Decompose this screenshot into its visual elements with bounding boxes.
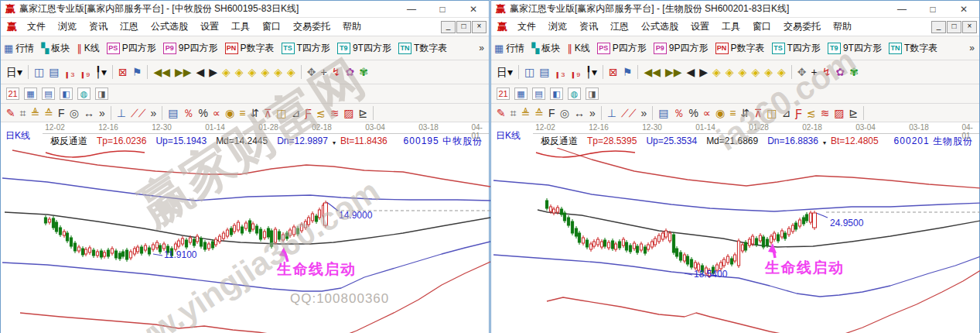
- fibonacci-icon[interactable]: F: [58, 108, 65, 118]
- prev-stock-icon[interactable]: ◀: [686, 67, 695, 77]
- span-arrow-icon[interactable]: ↔: [84, 108, 94, 118]
- menu-item-5[interactable]: 设置: [194, 21, 225, 32]
- tool-9t-square[interactable]: T99T四方形: [337, 42, 391, 55]
- zoom-shrink-icon[interactable]: ◈: [751, 67, 760, 77]
- bars-3-icon[interactable]: ╻₃: [64, 67, 75, 77]
- zoom-shrink-icon[interactable]: ◈: [261, 67, 269, 77]
- more-fan-icon[interactable]: »: [150, 108, 156, 118]
- fibonacci-icon[interactable]: F: [548, 108, 555, 118]
- menu-item-6[interactable]: 工具: [715, 21, 746, 32]
- menu-item-4[interactable]: 公式选股: [635, 21, 685, 32]
- mdi-restore-button[interactable]: □: [947, 21, 961, 33]
- speed-line-icon[interactable]: ≋: [821, 108, 830, 118]
- candle-dropdown-icon[interactable]: ╿▾: [95, 67, 107, 77]
- zoom-fit-icon[interactable]: ◈: [777, 67, 786, 77]
- speed-line-icon[interactable]: ≋: [330, 108, 340, 118]
- golden-box-icon[interactable]: ◫: [767, 108, 777, 118]
- golden-circle-icon[interactable]: ◉: [715, 108, 725, 118]
- zoom-all-icon[interactable]: ◈: [274, 67, 282, 77]
- tool-sectors[interactable]: ▚板块: [41, 42, 70, 55]
- param-dropdown-icon[interactable]: ▾: [333, 139, 336, 146]
- tool-t-square[interactable]: TST四方形: [282, 42, 330, 55]
- support-band-icon[interactable]: ⊼: [264, 108, 271, 118]
- export-icon[interactable]: ◨: [586, 88, 599, 100]
- zoom-right-icon[interactable]: ◈: [235, 67, 244, 77]
- stats-table-icon[interactable]: ▤: [658, 108, 668, 118]
- close-button[interactable]: ✕: [948, 4, 979, 15]
- golden-levels-icon[interactable]: ≡: [729, 108, 736, 118]
- gann-ladder-2-icon[interactable]: ≙: [44, 108, 53, 118]
- mdi-minimize-button[interactable]: _: [441, 21, 456, 33]
- square-angle-icon[interactable]: ⊵: [849, 108, 859, 118]
- stats-table-icon[interactable]: ▤: [168, 108, 178, 118]
- zoom-left-icon[interactable]: ◈: [222, 67, 230, 77]
- ray-fan-icon[interactable]: ⟋⟋: [621, 108, 637, 118]
- maximize-button[interactable]: □: [427, 4, 458, 15]
- tool-quotes[interactable]: ▦行情: [4, 42, 34, 55]
- last-stock-icon[interactable]: ▶▶: [665, 67, 682, 77]
- color-flag-icon[interactable]: ⚑: [132, 67, 142, 77]
- more-fan-icon[interactable]: »: [640, 108, 647, 118]
- next-stock-icon[interactable]: ▶: [209, 67, 217, 77]
- menu-item-1[interactable]: 浏览: [542, 21, 573, 32]
- angle-j-icon[interactable]: ⊿: [782, 108, 791, 118]
- percent-slope-icon[interactable]: ％: [183, 108, 194, 118]
- support-band-icon[interactable]: ⊼: [754, 108, 762, 118]
- knot-tool-icon[interactable]: ✾: [359, 67, 368, 77]
- calculator-icon[interactable]: ▦: [514, 88, 528, 100]
- menu-item-9[interactable]: 帮助: [827, 21, 858, 32]
- gann-grid-icon[interactable]: ⊠: [118, 67, 128, 77]
- span-arrow-icon[interactable]: ↔: [574, 108, 585, 118]
- gann-ladder-2-icon[interactable]: ≙: [534, 108, 544, 118]
- more-tools-chevron[interactable]: »: [969, 43, 976, 53]
- tool-9p-square[interactable]: P99P四方形: [654, 42, 709, 55]
- percent-levels-icon[interactable]: ∝: [703, 108, 711, 118]
- save-view-icon[interactable]: ◧: [60, 88, 73, 100]
- golden-levels-icon[interactable]: ≡: [239, 108, 245, 118]
- golden-angle-icon[interactable]: ≲: [316, 108, 326, 118]
- ray-fan-icon[interactable]: ⟋⟋: [131, 108, 146, 118]
- kline-chart[interactable]: 24.950018.5400生命线启动: [491, 148, 979, 333]
- tool-sectors[interactable]: ▚板块: [531, 42, 560, 55]
- maximize-button[interactable]: □: [917, 4, 948, 15]
- angle-j-icon[interactable]: ⊿: [292, 108, 301, 118]
- info-list-icon[interactable]: ▤: [539, 67, 549, 77]
- menu-item-2[interactable]: 资讯: [83, 21, 114, 32]
- mdi-restore-button[interactable]: □: [456, 21, 471, 33]
- draw-brush-icon[interactable]: ✎: [6, 108, 15, 118]
- zoom-expand-icon[interactable]: ◈: [248, 67, 257, 77]
- color-flag-icon[interactable]: ⚑: [623, 67, 633, 77]
- first-stock-icon[interactable]: ◀◀: [644, 67, 661, 77]
- bars-9-icon[interactable]: ╻₉: [570, 67, 581, 77]
- tool-9p-square[interactable]: P99P四方形: [163, 42, 218, 55]
- percent-levels-icon[interactable]: ∝: [213, 108, 220, 118]
- save-view-icon[interactable]: ◧: [550, 88, 563, 100]
- more-draw-icon[interactable]: »: [99, 108, 105, 118]
- period-day-dropdown-icon[interactable]: 日▾: [6, 67, 22, 77]
- menu-item-9[interactable]: 帮助: [336, 21, 367, 32]
- price-box-icon[interactable]: ▨: [343, 108, 353, 118]
- menu-item-7[interactable]: 窗口: [746, 21, 777, 32]
- angle-f-icon[interactable]: Ƒ: [795, 108, 802, 118]
- gann-ladder-1-icon[interactable]: ≜: [31, 108, 40, 118]
- gann-ladder-1-icon[interactable]: ≜: [521, 108, 531, 118]
- tool-t-number-table[interactable]: TNT数字表: [889, 42, 937, 55]
- gann-grid-icon[interactable]: ⊠: [609, 67, 618, 77]
- price-measure-icon[interactable]: ⇵: [740, 108, 750, 118]
- tool-p-number-table[interactable]: PNP数字表: [225, 42, 275, 55]
- web-link-icon[interactable]: ◍: [568, 88, 581, 100]
- tool-p-square[interactable]: PSP四方形: [597, 42, 647, 55]
- percent-line-icon[interactable]: %: [199, 108, 208, 118]
- mdi-close-button[interactable]: ×: [962, 21, 977, 33]
- menu-item-8[interactable]: 交易委托: [777, 21, 827, 32]
- draw-brush-icon[interactable]: ✎: [497, 108, 506, 118]
- ribbon-tool-icon[interactable]: ✿: [835, 67, 845, 77]
- price-box-icon[interactable]: ▨: [834, 108, 844, 118]
- mdi-minimize-button[interactable]: _: [931, 21, 946, 33]
- tool-p-number-table[interactable]: PNP数字表: [715, 42, 765, 55]
- notes-icon[interactable]: ▤: [42, 88, 55, 100]
- menu-item-2[interactable]: 资讯: [573, 21, 604, 32]
- menu-item-7[interactable]: 窗口: [256, 21, 287, 32]
- minimize-button[interactable]: —: [396, 4, 427, 15]
- menu-item-0[interactable]: 文件: [511, 21, 542, 32]
